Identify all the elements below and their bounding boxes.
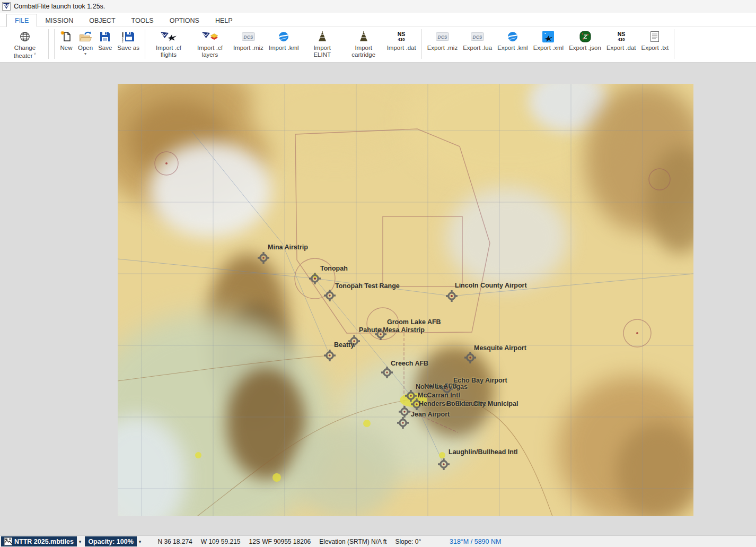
toolbar-group-import: Import .cf flightsImport .cf layersDCSIm… (148, 28, 419, 59)
button-label: Import .cf flights (151, 45, 187, 58)
tab-tools[interactable]: TOOLS (124, 14, 162, 27)
button-import-dat[interactable]: NS430Import .dat (384, 28, 419, 53)
tab-help[interactable]: HELP (207, 14, 241, 27)
svg-text:NS: NS (617, 31, 625, 37)
toolbar-separator (145, 29, 145, 59)
airfield-marker-icon[interactable] (257, 251, 270, 264)
airfield-marker-icon[interactable] (323, 289, 336, 302)
button-label: New (60, 45, 72, 51)
dcs-icon: DCS (471, 30, 484, 43)
button-save[interactable]: Save (95, 28, 115, 53)
layer-selector[interactable]: NTTR 2025.mbtiles (1, 536, 77, 546)
button-label: Export .json (569, 45, 601, 51)
svg-text:430: 430 (618, 37, 625, 42)
airfield-marker-icon[interactable] (397, 416, 409, 429)
airfield-marker-icon[interactable] (323, 349, 336, 362)
button-new[interactable]: New (57, 28, 75, 53)
content-area: Mina AirstripTonopahTonopah Test RangeLi… (0, 63, 756, 535)
airfield-marker-icon[interactable] (309, 272, 321, 285)
map-label-mina-airstrip: Mina Airstrip (268, 244, 308, 251)
map-label-creech-afb: Creech AFB (391, 360, 428, 367)
cursor-slope: Slope: 0° (395, 538, 421, 545)
button-export-json[interactable]: Export .json (566, 28, 604, 53)
button-export-kml[interactable]: Export .kml (495, 28, 531, 53)
cursor-longitude: W 109 59.215 (201, 538, 241, 545)
button-label: Export .dat (606, 45, 636, 51)
svg-text:DCS: DCS (243, 34, 253, 39)
chevron-down-icon: ˅ (34, 51, 37, 56)
chevron-down-icon: ▾ (84, 53, 86, 55)
button-import-kml[interactable]: Import .kml (266, 28, 302, 53)
button-label: Export .kml (497, 45, 528, 51)
button-label: Export .lua (463, 45, 492, 51)
open-folder-icon (78, 30, 92, 43)
button-label: Import .kml (269, 45, 299, 51)
dcs-icon: DCS (436, 30, 449, 43)
map-label-nellis-afb: Nellis AFB (424, 383, 457, 390)
map-chart-linework (118, 84, 693, 516)
map-label-boulder-city-municipal: Boulder City Municipal (446, 400, 518, 407)
cursor-mgrs: 12S WF 90955 18206 (249, 538, 311, 545)
button-export-xml[interactable]: Export .xml (531, 28, 567, 53)
tab-object[interactable]: OBJECT (81, 14, 123, 27)
airfield-marker-icon[interactable] (437, 458, 450, 471)
button-save-as[interactable]: Save as (115, 28, 142, 53)
map-viewport[interactable]: Mina AirstripTonopahTonopah Test RangeLi… (118, 84, 693, 516)
button-import-cartridge[interactable]: Import cartridge (343, 28, 384, 59)
svg-text:NS: NS (398, 31, 406, 37)
opacity-value: Opacity: 100% (88, 538, 133, 545)
cf-layers-icon (201, 30, 218, 43)
antenna-icon (318, 30, 327, 43)
map-label-laughlin-bullhead-intl: Laughlin/Bullhead Intl (449, 448, 518, 456)
button-import-miz[interactable]: DCSImport .miz (231, 28, 266, 53)
button-label: Save (98, 45, 112, 51)
map-label-tonopah: Tonopah (320, 265, 348, 272)
text-file-icon (650, 30, 660, 43)
button-import-cf-flights[interactable]: Import .cf flights (148, 28, 189, 59)
button-export-dat[interactable]: NS430Export .dat (604, 28, 639, 53)
button-export-txt[interactable]: Export .txt (639, 28, 672, 53)
jet-blue-icon (542, 30, 554, 43)
new-document-icon (60, 30, 73, 43)
tab-mission[interactable]: MISSION (37, 14, 81, 27)
svg-text:DCS: DCS (473, 34, 482, 39)
opacity-selector[interactable]: Opacity: 100% (85, 536, 136, 546)
ribbon-tabs: FILEMISSIONOBJECTTOOLSOPTIONSHELP (0, 13, 756, 27)
cf-flights-icon (160, 30, 177, 43)
antenna-icon (359, 30, 368, 43)
layer-dropdown-arrow[interactable]: ▾ (79, 539, 82, 544)
toolbar-group-export: DCSExport .mizDCSExport .luaExport .kmlE… (425, 28, 672, 53)
combatflite-flag-icon (2, 2, 11, 11)
button-import-cf-layers[interactable]: Import .cf layers (189, 28, 231, 59)
svg-text:DCS: DCS (437, 34, 447, 39)
save-as-icon (121, 30, 136, 43)
ns430-icon: NS430 (614, 30, 628, 43)
tab-options[interactable]: OPTIONS (162, 14, 207, 27)
google-earth-icon (507, 30, 518, 43)
button-change-theater[interactable]: Change theater˅ (4, 28, 46, 60)
airfield-marker-icon[interactable] (445, 290, 458, 302)
button-label: Import .dat (387, 45, 416, 51)
button-export-lua[interactable]: DCSExport .lua (460, 28, 495, 53)
button-label: Import .miz (233, 45, 263, 51)
button-import-elint[interactable]: Import ELINT (302, 28, 343, 59)
globe-icon (19, 30, 31, 43)
button-label: Import ELINT (304, 45, 340, 58)
status-bar: NTTR 2025.mbtiles ▾ Opacity: 100% ▾ N 36… (0, 535, 756, 547)
button-label: Save as (117, 45, 139, 51)
tab-file[interactable]: FILE (6, 14, 37, 27)
map-label-beatty: Beatty (334, 341, 354, 349)
ribbon-toolbar: Change theater˅NewOpen▾SaveSave asImport… (0, 27, 756, 63)
cursor-latitude: N 36 18.274 (157, 538, 192, 545)
map-label-mccarran-intl: McCarran Intl (418, 392, 460, 399)
bearing-range: 318°M / 5890 NM (450, 538, 501, 545)
button-open[interactable]: Open▾ (75, 28, 95, 56)
airfield-marker-icon[interactable] (464, 351, 477, 364)
map-label-tonopah-test-range: Tonopah Test Range (335, 282, 400, 290)
button-label: Change theater˅ (7, 45, 43, 59)
toolbar-group-file: NewOpen▾SaveSave as (57, 28, 142, 56)
airfield-marker-icon[interactable] (381, 366, 393, 379)
opacity-dropdown-arrow[interactable]: ▾ (139, 539, 142, 544)
map-label-mesquite-airport: Mesquite Airport (474, 344, 526, 352)
button-export-miz[interactable]: DCSExport .miz (425, 28, 461, 53)
